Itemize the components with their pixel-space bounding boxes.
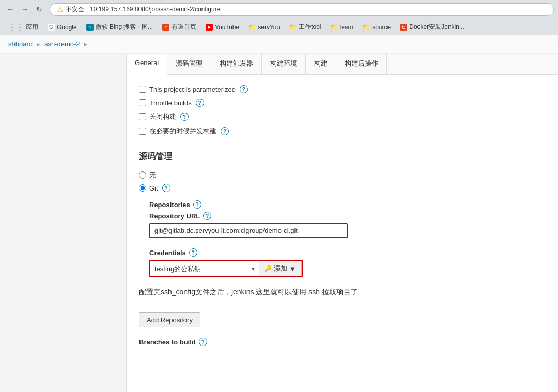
checkbox-throttle[interactable] xyxy=(139,99,146,106)
note-text: 配置完ssh_config文件之后，jenkins 这里就可以使用 ssh 拉取… xyxy=(139,288,546,297)
back-button[interactable]: ← xyxy=(4,3,17,15)
breadcrumb-dashboard[interactable]: shboard xyxy=(8,40,33,48)
tab-source[interactable]: 源码管理 xyxy=(167,54,211,74)
warning-icon: ⚠ xyxy=(57,6,64,13)
radio-git-row: Git ? xyxy=(139,184,546,192)
checkbox-parameterized-row: This project is parameterized ? xyxy=(139,85,546,93)
google-icon: G xyxy=(48,24,55,31)
address-bar[interactable]: ⚠ 不安全 | 10.199.157.169:8080/job/ssh-demo… xyxy=(50,3,554,16)
add-credentials-button[interactable]: 🔑 添加 ▼ xyxy=(259,261,302,276)
checkbox-parameterized-label: This project is parameterized xyxy=(149,86,236,93)
git-help-icon[interactable]: ? xyxy=(162,184,171,192)
source-folder-icon: 📁 xyxy=(363,24,370,31)
url-input-wrapper xyxy=(149,223,348,238)
radio-git-label: Git xyxy=(149,184,158,192)
youdao-icon: Y xyxy=(162,24,169,31)
source-label: source xyxy=(372,24,391,31)
docker-icon: C xyxy=(400,24,407,31)
bookmark-learn[interactable]: 📁 learn xyxy=(327,23,358,32)
repo-url-label: Repository URL ? xyxy=(149,212,546,220)
parameterized-help-icon[interactable]: ? xyxy=(240,85,248,93)
credentials-field-group: Credentials ? testing的公私钥 - 无 - ▼ xyxy=(149,248,546,277)
credentials-select-wrapper: testing的公私钥 - 无 - ▼ xyxy=(150,262,259,275)
repo-url-field-group: Repository URL ? xyxy=(149,212,546,238)
reload-button[interactable]: ↻ xyxy=(33,3,45,15)
forward-button[interactable]: → xyxy=(19,3,31,15)
tab-general[interactable]: General xyxy=(127,54,167,75)
throttle-help-icon[interactable]: ? xyxy=(196,99,204,107)
main-layout: General 源码管理 构建触发器 构建环境 构建 构建后操作 This pr… xyxy=(0,54,558,392)
concurrent-help-icon[interactable]: ? xyxy=(221,127,229,135)
credentials-wrapper: testing的公私钥 - 无 - ▼ 🔑 添加 ▼ xyxy=(149,260,303,277)
disable-help-icon[interactable]: ? xyxy=(180,113,189,121)
docker-label: Docker安装Jenkin... xyxy=(409,23,464,32)
repositories-section: Repositories ? Repository URL ? xyxy=(149,200,546,277)
repositories-help-icon[interactable]: ? xyxy=(193,200,202,209)
sidebar xyxy=(0,54,127,392)
key-icon: 🔑 xyxy=(264,265,272,272)
tab-post[interactable]: 构建后操作 xyxy=(336,54,387,74)
servyou-label: servYou xyxy=(258,24,280,31)
checkbox-disable[interactable] xyxy=(139,113,146,120)
apps-label: 应用 xyxy=(26,23,38,32)
tab-environment[interactable]: 构建环境 xyxy=(262,54,306,74)
browser-titlebar: ← → ↻ ⚠ 不安全 | 10.199.157.169:8080/job/ss… xyxy=(0,0,558,19)
tools-label: 工作tool xyxy=(299,23,321,32)
repo-url-input[interactable] xyxy=(150,224,347,237)
bookmark-google[interactable]: G Google xyxy=(43,23,81,32)
tools-folder-icon: 📁 xyxy=(289,24,297,31)
page: shboard ► ssh-demo-2 ► General 源码管理 构建触发… xyxy=(0,35,558,392)
breadcrumb-job[interactable]: ssh-demo-2 xyxy=(44,40,80,48)
repositories-label: Repositories ? xyxy=(149,200,546,209)
tab-triggers[interactable]: 构建触发器 xyxy=(211,54,262,74)
repo-url-help-icon[interactable]: ? xyxy=(203,212,211,220)
browser-chrome: ← → ↻ ⚠ 不安全 | 10.199.157.169:8080/job/ss… xyxy=(0,0,558,35)
learn-folder-icon: 📁 xyxy=(331,24,338,31)
bookmark-bing[interactable]: b 微软 Bing 搜索 - 国... xyxy=(82,22,157,33)
branches-section: Branches to build ? xyxy=(139,338,546,346)
youdao-label: 有道首页 xyxy=(172,23,196,32)
checkbox-concurrent-row: 在必要的时候并发构建 ? xyxy=(139,127,546,136)
add-dropdown-arrow: ▼ xyxy=(289,265,296,273)
checkbox-parameterized[interactable] xyxy=(139,86,146,93)
radio-none-row: 无 xyxy=(139,170,546,180)
google-label: Google xyxy=(57,24,77,31)
radio-git[interactable] xyxy=(139,184,146,192)
address-separator: | xyxy=(86,6,88,13)
branches-help-icon[interactable]: ? xyxy=(199,338,207,346)
bing-icon: b xyxy=(86,24,94,31)
credentials-select[interactable]: testing的公私钥 - 无 - xyxy=(150,262,259,275)
breadcrumb-sep-2: ► xyxy=(83,41,89,48)
form-content: This project is parameterized ? Throttle… xyxy=(127,75,558,356)
radio-none-label: 无 xyxy=(149,170,156,180)
radio-none[interactable] xyxy=(139,171,146,179)
content-area: General 源码管理 构建触发器 构建环境 构建 构建后操作 This pr… xyxy=(127,54,558,392)
bookmark-servyou[interactable]: 📁 servYou xyxy=(244,23,284,32)
bookmark-youtube[interactable]: ▶ YouTube xyxy=(202,23,243,32)
bookmark-source[interactable]: 📁 source xyxy=(359,23,395,32)
learn-label: learn xyxy=(340,24,354,31)
branches-label: Branches to build ? xyxy=(139,338,546,346)
url-text: 10.199.157.169:8080/job/ssh-demo-2/confi… xyxy=(90,6,220,13)
nav-icons: ← → ↻ xyxy=(4,3,45,15)
radio-group-scm: 无 Git ? xyxy=(139,170,546,192)
bookmark-docker[interactable]: C Docker安装Jenkin... xyxy=(396,22,469,33)
bookmark-youdao[interactable]: Y 有道首页 xyxy=(158,22,200,33)
checkbox-throttle-row: Throttle builds ? xyxy=(139,99,546,107)
checkbox-concurrent-label: 在必要的时候并发构建 xyxy=(149,127,216,136)
credentials-help-icon[interactable]: ? xyxy=(189,248,197,257)
checkbox-disable-row: 关闭构建 ? xyxy=(139,112,546,121)
source-mgmt-title: 源码管理 xyxy=(139,151,546,162)
bookmarks-bar: ⋮⋮ 应用 G Google b 微软 Bing 搜索 - 国... Y 有道首… xyxy=(0,19,558,35)
checkbox-concurrent[interactable] xyxy=(139,128,146,135)
add-repository-button[interactable]: Add Repository xyxy=(139,312,200,327)
add-btn-label: 添加 xyxy=(274,264,287,273)
bookmark-apps[interactable]: ⋮⋮ 应用 xyxy=(4,22,42,33)
youtube-label: YouTube xyxy=(215,24,239,31)
checkbox-throttle-label: Throttle builds xyxy=(149,99,192,107)
breadcrumb: shboard ► ssh-demo-2 ► xyxy=(0,35,558,54)
add-repo-btn-label: Add Repository xyxy=(147,316,193,324)
bookmark-tools[interactable]: 📁 工作tool xyxy=(285,22,325,33)
add-repo-btn-wrapper: Add Repository xyxy=(139,307,546,327)
tab-build[interactable]: 构建 xyxy=(306,54,336,74)
